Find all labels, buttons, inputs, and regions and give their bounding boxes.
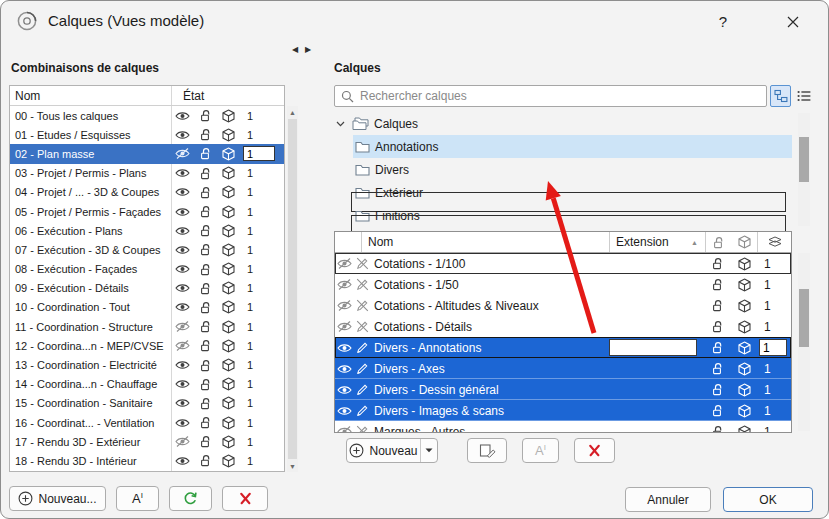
cube-icon[interactable] xyxy=(731,425,757,434)
lock-icon[interactable] xyxy=(705,257,731,270)
layer-row[interactable]: Divers - Axes1 xyxy=(335,358,791,379)
cube-icon[interactable] xyxy=(731,278,757,292)
column-header-etat[interactable]: État xyxy=(171,89,204,103)
help-button[interactable]: ? xyxy=(705,8,741,35)
combination-row[interactable]: 13 - Coordination - Electricité1 xyxy=(10,355,284,374)
column-header-extension[interactable]: Extension ▲ xyxy=(609,232,705,252)
lock-icon[interactable] xyxy=(194,109,217,122)
list-view-button[interactable] xyxy=(793,85,814,107)
cube-icon[interactable] xyxy=(217,147,240,161)
new-layer-main[interactable]: Nouveau xyxy=(347,439,420,462)
update-combination-button[interactable] xyxy=(169,486,212,511)
combination-row[interactable]: 18 - Rendu 3D - Intérieur1 xyxy=(10,451,284,470)
scrollbar-thumb[interactable] xyxy=(288,119,297,459)
pencil-off-icon[interactable] xyxy=(353,278,371,291)
lock-icon[interactable] xyxy=(194,397,217,410)
rename-layer-button[interactable]: AI xyxy=(522,438,559,463)
layer-row[interactable]: Divers - Images & scans1 xyxy=(335,400,791,421)
cube-icon[interactable] xyxy=(217,205,240,219)
tree-row-root[interactable]: Calques xyxy=(334,112,792,135)
lock-icon[interactable] xyxy=(194,167,217,180)
tree-row-folder[interactable]: Extérieur xyxy=(353,181,792,204)
ok-button[interactable]: OK xyxy=(723,487,813,512)
pencil-icon[interactable] xyxy=(353,383,371,396)
eye-off-icon[interactable] xyxy=(335,258,353,269)
chevron-down-icon[interactable] xyxy=(334,121,347,127)
eye-icon[interactable] xyxy=(171,360,194,370)
lock-icon[interactable] xyxy=(194,128,217,141)
lock-icon[interactable] xyxy=(194,339,217,352)
eye-icon[interactable] xyxy=(171,379,194,389)
search-input[interactable] xyxy=(360,89,760,103)
cube-icon[interactable] xyxy=(217,416,240,430)
lock-icon[interactable] xyxy=(705,320,731,333)
lock-column-icon[interactable] xyxy=(705,232,731,252)
scrollbar-thumb[interactable] xyxy=(799,289,809,347)
combination-row[interactable]: 01 - Etudes / Esquisses1 xyxy=(10,125,284,144)
eye-icon[interactable] xyxy=(171,264,194,274)
cube-icon[interactable] xyxy=(731,257,757,271)
eye-off-icon[interactable] xyxy=(171,436,194,447)
new-layer-button[interactable]: Nouveau xyxy=(346,438,438,463)
lock-icon[interactable] xyxy=(194,186,217,199)
eye-off-icon[interactable] xyxy=(335,321,353,332)
cube-icon[interactable] xyxy=(217,300,240,314)
eye-off-icon[interactable] xyxy=(335,300,353,311)
cube-icon[interactable] xyxy=(217,262,240,276)
intersection-input[interactable]: 1 xyxy=(759,339,787,356)
combination-row[interactable]: 15 - Coordination - Sanitaire1 xyxy=(10,394,284,413)
eye-off-icon[interactable] xyxy=(171,321,194,332)
layer-row[interactable]: Marques - Autres1 xyxy=(335,421,791,433)
combination-row[interactable]: 02 - Plan masse1 xyxy=(10,144,284,163)
layer-row[interactable]: Cotations - 1/501 xyxy=(335,274,791,295)
eye-icon[interactable] xyxy=(171,456,194,466)
layer-row[interactable]: Divers - Dessin général1 xyxy=(335,379,791,400)
collapse-left-icon[interactable]: ◀ xyxy=(292,45,298,54)
combinations-scrollbar[interactable]: ▲ ▼ xyxy=(287,106,298,472)
pencil-off-icon[interactable] xyxy=(353,299,371,312)
tree-view-button[interactable] xyxy=(770,85,791,107)
lock-icon[interactable] xyxy=(194,147,217,160)
scrollbar-thumb[interactable] xyxy=(799,137,809,182)
lock-icon[interactable] xyxy=(194,243,217,256)
pencil-off-icon[interactable] xyxy=(353,425,371,433)
rename-combination-button[interactable]: AI xyxy=(116,486,159,511)
lock-icon[interactable] xyxy=(705,341,731,354)
eye-icon[interactable] xyxy=(335,343,353,353)
cube-icon[interactable] xyxy=(217,281,240,295)
cube-icon[interactable] xyxy=(217,109,240,123)
scroll-down-icon[interactable]: ▼ xyxy=(287,460,298,472)
lock-icon[interactable] xyxy=(194,378,217,391)
combination-row[interactable]: 10 - Coordination - Tout1 xyxy=(10,298,284,317)
lock-icon[interactable] xyxy=(705,404,731,417)
column-header-nom[interactable]: Nom xyxy=(10,89,171,103)
eye-icon[interactable] xyxy=(171,302,194,312)
cube-icon[interactable] xyxy=(217,243,240,257)
pencil-off-icon[interactable] xyxy=(353,320,371,333)
lock-icon[interactable] xyxy=(194,224,217,237)
eye-icon[interactable] xyxy=(171,245,194,255)
scroll-up-icon[interactable]: ▲ xyxy=(287,106,298,118)
lock-icon[interactable] xyxy=(194,416,217,429)
combination-row[interactable]: 11 - Coordination - Structure1 xyxy=(10,317,284,336)
eye-icon[interactable] xyxy=(171,207,194,217)
eye-icon[interactable] xyxy=(171,283,194,293)
table-scrollbar[interactable] xyxy=(798,253,810,431)
eye-off-icon[interactable] xyxy=(171,148,194,159)
extension-input[interactable] xyxy=(609,339,697,356)
cube-icon[interactable] xyxy=(217,358,240,372)
cube-icon[interactable] xyxy=(217,396,240,410)
layer-row[interactable]: Cotations - 1/1001 xyxy=(335,253,791,274)
eye-icon[interactable] xyxy=(171,130,194,140)
pencil-off-icon[interactable] xyxy=(353,257,371,270)
combination-row[interactable]: 14 - Coordina...n - Chauffage1 xyxy=(10,375,284,394)
combination-row[interactable]: 00 - Tous les calques1 xyxy=(10,106,284,125)
eye-icon[interactable] xyxy=(171,418,194,428)
cube-icon[interactable] xyxy=(731,341,757,355)
lock-icon[interactable] xyxy=(705,383,731,396)
cube-icon[interactable] xyxy=(731,383,757,397)
collapse-right-icon[interactable]: ▶ xyxy=(305,45,311,54)
column-header-nom[interactable]: Nom xyxy=(361,232,609,252)
cube-icon[interactable] xyxy=(731,362,757,376)
combination-row[interactable]: 05 - Projet / Permis - Façades1 xyxy=(10,202,284,221)
